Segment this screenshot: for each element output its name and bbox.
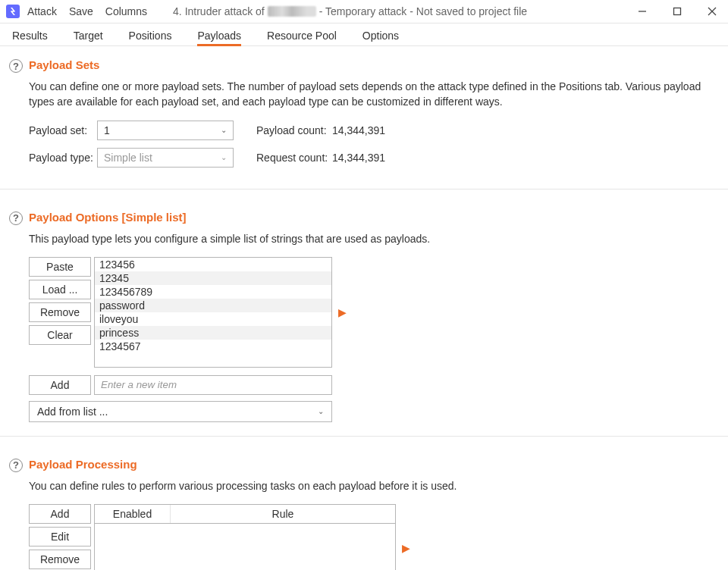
intruder-window: Attack Save Columns 4. Intruder attack o… [0,0,728,570]
add-button[interactable]: Add [29,375,91,395]
maximize-icon[interactable] [669,3,686,20]
chevron-down-icon: ⌄ [221,126,227,134]
list-item[interactable]: 123456 [95,258,331,271]
add-from-list-label: Add from list ... [37,406,108,418]
redacted-host [268,6,316,17]
window-title: 4. Intruder attack of - Temporary attack… [173,5,527,17]
payload-listbox[interactable]: 123456 12345 123456789 password iloveyou… [94,257,332,368]
content-scroll[interactable]: ? Payload Sets You can define one or mor… [0,46,728,570]
remove-rule-button[interactable]: Remove [29,550,91,569]
edit-rule-button[interactable]: Edit [29,527,91,547]
list-item[interactable]: 1234567 [95,340,331,353]
menu-columns[interactable]: Columns [105,5,147,17]
move-right-icon[interactable]: ▶ [402,542,410,554]
remove-button[interactable]: Remove [29,302,91,322]
list-item[interactable]: 123456789 [95,285,331,299]
help-icon[interactable]: ? [9,211,23,225]
add-rule-button[interactable]: Add [29,504,91,524]
payload-count-value: 14,344,391 [332,124,385,136]
payload-count-label: Payload count: [256,124,332,136]
list-item[interactable]: iloveyou [95,312,331,326]
menu-save[interactable]: Save [69,5,93,17]
payload-processing-section: ? Payload Processing You can define rule… [0,446,728,570]
payload-sets-section: ? Payload Sets You can define one or mor… [0,46,728,189]
clear-button[interactable]: Clear [29,325,91,345]
request-count-value: 14,344,391 [332,152,385,164]
processing-rules-table[interactable]: Enabled Rule [94,504,396,570]
menu-attack[interactable]: Attack [27,5,57,17]
payload-options-title: Payload Options [Simple list] [29,211,719,224]
payload-type-label: Payload type: [29,152,97,164]
tab-results[interactable]: Results [12,30,48,45]
tab-strip: Results Target Positions Payloads Resour… [0,23,728,46]
app-icon [6,5,20,18]
payload-options-desc: This payload type lets you configure a s… [29,231,711,246]
paste-button[interactable]: Paste [29,257,91,277]
titlebar: Attack Save Columns 4. Intruder attack o… [0,0,728,23]
tab-payloads[interactable]: Payloads [197,30,241,46]
list-item[interactable]: 12345 [95,271,331,285]
minimize-icon[interactable] [634,3,651,20]
tab-positions[interactable]: Positions [129,30,172,45]
chevron-down-icon: ⌄ [318,407,324,415]
help-icon[interactable]: ? [9,59,23,73]
title-prefix: 4. Intruder attack of [173,5,265,17]
payload-set-label: Payload set: [29,124,97,136]
payload-type-value: Simple list [104,152,152,164]
payload-options-section: ? Payload Options [Simple list] This pay… [0,199,728,437]
title-suffix: - Temporary attack - Not saved to projec… [319,5,527,17]
chevron-down-icon: ⌄ [221,153,227,161]
payload-processing-desc: You can define rules to perform various … [29,478,711,493]
col-enabled[interactable]: Enabled [95,505,171,523]
tab-options[interactable]: Options [362,30,399,45]
svg-rect-1 [674,8,681,15]
processing-rules-body [95,524,395,570]
list-item[interactable]: princess [95,326,331,340]
help-icon[interactable]: ? [9,459,23,472]
move-right-icon[interactable]: ▶ [338,306,347,318]
request-count-label: Request count: [256,152,332,164]
add-from-list-select[interactable]: Add from list ... ⌄ [29,401,332,422]
payload-sets-title: Payload Sets [29,58,719,71]
payload-set-value: 1 [104,124,110,136]
tab-target[interactable]: Target [74,30,103,45]
list-item[interactable]: password [95,299,331,312]
close-icon[interactable] [704,3,720,20]
payload-type-select[interactable]: Simple list ⌄ [97,148,234,168]
tab-resource-pool[interactable]: Resource Pool [267,30,337,45]
col-rule[interactable]: Rule [171,505,395,523]
payload-processing-title: Payload Processing [29,458,719,471]
new-item-input[interactable] [94,375,332,395]
window-controls [634,3,720,20]
payload-set-select[interactable]: 1 ⌄ [97,121,234,140]
payload-sets-desc: You can define one or more payload sets.… [29,79,711,110]
load-button[interactable]: Load ... [29,280,91,299]
